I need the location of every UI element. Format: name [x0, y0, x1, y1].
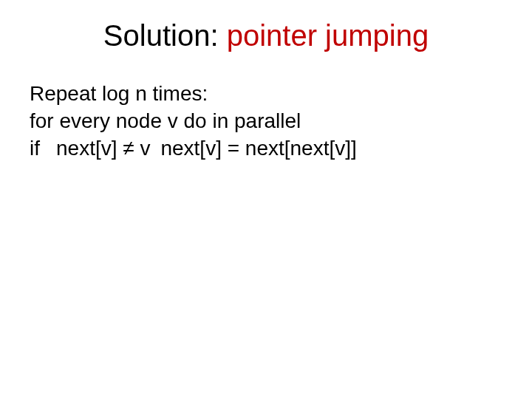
slide: Solution: pointer jumping Repeat log n t…: [0, 0, 532, 399]
body-line-1: Repeat log n times:: [30, 81, 502, 106]
slide-body: Repeat log n times: for every node v do …: [30, 81, 502, 161]
if-condition: next[v] ≠ v: [56, 137, 150, 160]
body-line-2: for every node v do in parallel: [30, 108, 502, 134]
title-part-red: pointer jumping: [227, 19, 429, 52]
slide-title: Solution: pointer jumping: [30, 19, 502, 52]
body-line-3: ifnext[v] ≠ vnext[v] = next[next[v]]: [30, 135, 502, 161]
if-assignment: next[v] = next[next[v]]: [160, 137, 356, 160]
if-keyword: if: [30, 137, 40, 160]
title-part-black: Solution:: [103, 19, 227, 52]
